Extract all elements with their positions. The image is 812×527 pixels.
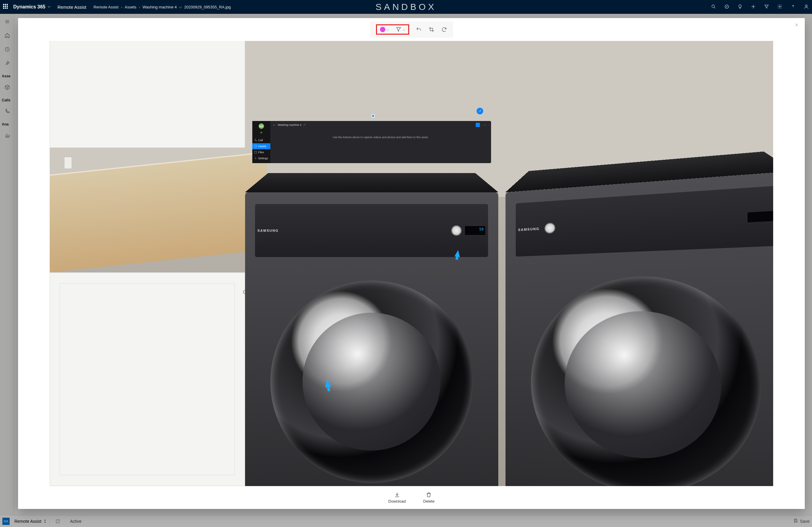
annotation-arrow-icon[interactable] (324, 379, 331, 387)
holo-nav-settings[interactable]: Settings (252, 155, 270, 161)
modal-actionbar: Download Delete (18, 486, 805, 509)
grid-view-icon[interactable] (476, 123, 480, 127)
crumb-assets[interactable]: Assets (125, 5, 136, 9)
holo-title: Washing machine 4 (278, 123, 302, 127)
crumb-record[interactable]: Washing machine 4 (142, 5, 177, 9)
svg-point-3 (806, 5, 807, 6)
image-canvas-area: SAMSUNG 59 SAMSUNG (18, 41, 805, 486)
holo-avatar: AM (259, 123, 264, 129)
holo-pin-icon (477, 108, 483, 114)
plus-icon[interactable] (751, 4, 756, 10)
ink-tool-button[interactable]: ⌄ (396, 27, 405, 32)
washer-brand: SAMSUNG (258, 229, 278, 232)
rotate-button[interactable] (441, 27, 447, 32)
download-button[interactable]: Download (388, 492, 406, 503)
annotation-arrow-icon[interactable] (454, 250, 461, 257)
asset-photo[interactable]: SAMSUNG 59 SAMSUNG (50, 41, 773, 486)
annotation-toolbar: ⌄ ⌄ (18, 18, 805, 41)
delete-label: Delete (423, 499, 435, 503)
prev-icon[interactable]: ‹ (482, 123, 483, 127)
crop-button[interactable] (429, 27, 434, 32)
svg-point-6 (255, 158, 256, 159)
ink-color-button[interactable]: ⌄ (380, 27, 389, 32)
image-viewer-modal: ⌄ ⌄ (18, 18, 805, 509)
holo-hint-text: Use the buttons above to capture videos … (273, 135, 489, 146)
account-icon[interactable] (803, 4, 809, 10)
back-icon[interactable]: ← (273, 123, 276, 127)
dryer: SAMSUNG (506, 171, 773, 486)
svg-point-0 (712, 5, 714, 8)
undo-button[interactable] (416, 27, 422, 32)
filter-icon[interactable] (764, 4, 769, 10)
svg-point-1 (725, 5, 729, 9)
app-topbar: Dynamics 365 Remote Assist Remote Assist… (0, 0, 812, 14)
app-launcher-icon[interactable] (3, 4, 9, 10)
area-name[interactable]: Remote Assist (58, 4, 86, 10)
next-icon[interactable]: › (488, 123, 489, 127)
edit-icon[interactable] (303, 123, 306, 127)
wifi-icon (252, 131, 270, 135)
holo-panel: AM Call Assets Files Settings ← Washing … (252, 121, 491, 163)
topbar-actions (711, 4, 809, 10)
color-swatch-icon (380, 27, 386, 32)
chevron-right-icon: › (139, 5, 140, 9)
download-label: Download (388, 499, 406, 503)
gear-icon[interactable] (777, 4, 783, 10)
highlighted-tools: ⌄ ⌄ (376, 24, 409, 34)
holo-nav-files[interactable]: Files (252, 149, 270, 155)
washer: SAMSUNG 59 (245, 192, 498, 486)
svg-point-2 (779, 6, 781, 7)
help-icon[interactable] (790, 4, 796, 10)
delete-button[interactable]: Delete (423, 492, 435, 503)
environment-watermark: SANDBOX (375, 2, 437, 12)
search-icon[interactable] (711, 4, 716, 10)
target-icon[interactable] (724, 4, 729, 10)
chevron-right-icon: › (121, 5, 122, 9)
close-button[interactable] (793, 21, 800, 29)
dryer-brand: SAMSUNG (518, 227, 539, 232)
chevron-down-icon: ⌄ (387, 28, 389, 31)
chevron-down-icon: ⌄ (403, 28, 405, 31)
app-name[interactable]: Dynamics 365 (13, 4, 45, 10)
lightbulb-icon[interactable] (737, 4, 743, 10)
holo-nav-call[interactable]: Call (252, 137, 270, 143)
holo-nav-assets[interactable]: Assets (252, 143, 270, 149)
crumb-file: 20200929_095355_RA.jpg (184, 5, 231, 9)
breadcrumb: Remote Assist › Assets › Washing machine… (93, 5, 231, 9)
washer-display: 59 (479, 227, 483, 232)
crumb-root[interactable]: Remote Assist (93, 5, 119, 9)
chevron-down-icon[interactable] (47, 4, 51, 9)
holo-marker-icon (372, 114, 375, 117)
svg-rect-5 (255, 151, 257, 153)
page-number: 1 (484, 123, 486, 127)
chevron-double-right-icon: ›› (179, 5, 182, 9)
